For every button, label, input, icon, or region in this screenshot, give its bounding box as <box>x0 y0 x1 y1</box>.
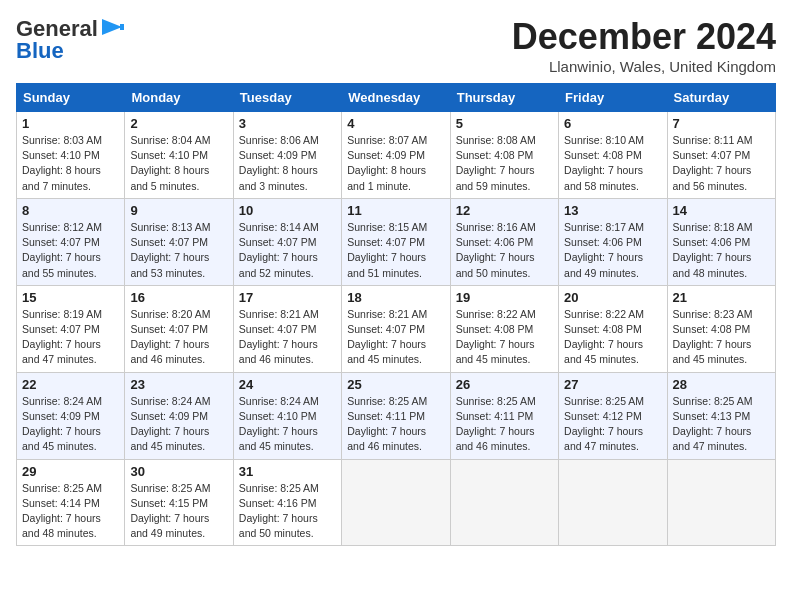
day-detail: Sunrise: 8:25 AMSunset: 4:16 PMDaylight:… <box>239 482 319 540</box>
calendar-cell: 21 Sunrise: 8:23 AMSunset: 4:08 PMDaylig… <box>667 285 775 372</box>
day-detail: Sunrise: 8:22 AMSunset: 4:08 PMDaylight:… <box>456 308 536 366</box>
calendar-cell: 14 Sunrise: 8:18 AMSunset: 4:06 PMDaylig… <box>667 198 775 285</box>
calendar-cell: 11 Sunrise: 8:15 AMSunset: 4:07 PMDaylig… <box>342 198 450 285</box>
day-detail: Sunrise: 8:18 AMSunset: 4:06 PMDaylight:… <box>673 221 753 279</box>
day-detail: Sunrise: 8:25 AMSunset: 4:14 PMDaylight:… <box>22 482 102 540</box>
calendar-cell: 12 Sunrise: 8:16 AMSunset: 4:06 PMDaylig… <box>450 198 558 285</box>
day-detail: Sunrise: 8:15 AMSunset: 4:07 PMDaylight:… <box>347 221 427 279</box>
day-detail: Sunrise: 8:13 AMSunset: 4:07 PMDaylight:… <box>130 221 210 279</box>
calendar-week-row: 29 Sunrise: 8:25 AMSunset: 4:14 PMDaylig… <box>17 459 776 546</box>
day-detail: Sunrise: 8:16 AMSunset: 4:06 PMDaylight:… <box>456 221 536 279</box>
day-number: 13 <box>564 203 661 218</box>
day-detail: Sunrise: 8:24 AMSunset: 4:09 PMDaylight:… <box>22 395 102 453</box>
calendar-cell: 2 Sunrise: 8:04 AMSunset: 4:10 PMDayligh… <box>125 112 233 199</box>
day-detail: Sunrise: 8:03 AMSunset: 4:10 PMDaylight:… <box>22 134 102 192</box>
day-number: 1 <box>22 116 119 131</box>
calendar-cell: 8 Sunrise: 8:12 AMSunset: 4:07 PMDayligh… <box>17 198 125 285</box>
logo-arrow-icon <box>102 17 124 41</box>
day-detail: Sunrise: 8:08 AMSunset: 4:08 PMDaylight:… <box>456 134 536 192</box>
calendar-cell: 26 Sunrise: 8:25 AMSunset: 4:11 PMDaylig… <box>450 372 558 459</box>
day-detail: Sunrise: 8:06 AMSunset: 4:09 PMDaylight:… <box>239 134 319 192</box>
calendar-cell: 17 Sunrise: 8:21 AMSunset: 4:07 PMDaylig… <box>233 285 341 372</box>
day-number: 12 <box>456 203 553 218</box>
day-detail: Sunrise: 8:21 AMSunset: 4:07 PMDaylight:… <box>239 308 319 366</box>
day-number: 14 <box>673 203 770 218</box>
calendar-cell <box>450 459 558 546</box>
day-number: 15 <box>22 290 119 305</box>
weekday-header: Sunday <box>17 84 125 112</box>
calendar-cell: 16 Sunrise: 8:20 AMSunset: 4:07 PMDaylig… <box>125 285 233 372</box>
calendar-cell: 5 Sunrise: 8:08 AMSunset: 4:08 PMDayligh… <box>450 112 558 199</box>
day-detail: Sunrise: 8:14 AMSunset: 4:07 PMDaylight:… <box>239 221 319 279</box>
day-number: 22 <box>22 377 119 392</box>
calendar-week-row: 15 Sunrise: 8:19 AMSunset: 4:07 PMDaylig… <box>17 285 776 372</box>
day-detail: Sunrise: 8:24 AMSunset: 4:09 PMDaylight:… <box>130 395 210 453</box>
day-number: 26 <box>456 377 553 392</box>
day-number: 6 <box>564 116 661 131</box>
day-number: 16 <box>130 290 227 305</box>
day-detail: Sunrise: 8:25 AMSunset: 4:13 PMDaylight:… <box>673 395 753 453</box>
day-number: 3 <box>239 116 336 131</box>
title-block: December 2024 Llanwinio, Wales, United K… <box>512 16 776 75</box>
day-number: 28 <box>673 377 770 392</box>
calendar-week-row: 22 Sunrise: 8:24 AMSunset: 4:09 PMDaylig… <box>17 372 776 459</box>
day-detail: Sunrise: 8:04 AMSunset: 4:10 PMDaylight:… <box>130 134 210 192</box>
calendar-cell: 27 Sunrise: 8:25 AMSunset: 4:12 PMDaylig… <box>559 372 667 459</box>
day-number: 30 <box>130 464 227 479</box>
calendar-cell: 4 Sunrise: 8:07 AMSunset: 4:09 PMDayligh… <box>342 112 450 199</box>
calendar-cell <box>667 459 775 546</box>
day-number: 20 <box>564 290 661 305</box>
day-detail: Sunrise: 8:07 AMSunset: 4:09 PMDaylight:… <box>347 134 427 192</box>
logo-blue: Blue <box>16 38 64 64</box>
calendar-cell: 18 Sunrise: 8:21 AMSunset: 4:07 PMDaylig… <box>342 285 450 372</box>
day-number: 11 <box>347 203 444 218</box>
calendar-cell: 20 Sunrise: 8:22 AMSunset: 4:08 PMDaylig… <box>559 285 667 372</box>
calendar-cell: 13 Sunrise: 8:17 AMSunset: 4:06 PMDaylig… <box>559 198 667 285</box>
day-detail: Sunrise: 8:23 AMSunset: 4:08 PMDaylight:… <box>673 308 753 366</box>
calendar-cell: 30 Sunrise: 8:25 AMSunset: 4:15 PMDaylig… <box>125 459 233 546</box>
calendar-cell <box>559 459 667 546</box>
day-number: 19 <box>456 290 553 305</box>
calendar-cell: 23 Sunrise: 8:24 AMSunset: 4:09 PMDaylig… <box>125 372 233 459</box>
day-number: 29 <box>22 464 119 479</box>
month-title: December 2024 <box>512 16 776 58</box>
calendar-week-row: 1 Sunrise: 8:03 AMSunset: 4:10 PMDayligh… <box>17 112 776 199</box>
day-detail: Sunrise: 8:11 AMSunset: 4:07 PMDaylight:… <box>673 134 753 192</box>
day-detail: Sunrise: 8:10 AMSunset: 4:08 PMDaylight:… <box>564 134 644 192</box>
day-detail: Sunrise: 8:12 AMSunset: 4:07 PMDaylight:… <box>22 221 102 279</box>
calendar-cell: 15 Sunrise: 8:19 AMSunset: 4:07 PMDaylig… <box>17 285 125 372</box>
day-detail: Sunrise: 8:20 AMSunset: 4:07 PMDaylight:… <box>130 308 210 366</box>
calendar-cell: 3 Sunrise: 8:06 AMSunset: 4:09 PMDayligh… <box>233 112 341 199</box>
day-number: 21 <box>673 290 770 305</box>
calendar-body: 1 Sunrise: 8:03 AMSunset: 4:10 PMDayligh… <box>17 112 776 546</box>
weekday-header: Saturday <box>667 84 775 112</box>
day-number: 7 <box>673 116 770 131</box>
day-number: 8 <box>22 203 119 218</box>
day-detail: Sunrise: 8:21 AMSunset: 4:07 PMDaylight:… <box>347 308 427 366</box>
day-detail: Sunrise: 8:24 AMSunset: 4:10 PMDaylight:… <box>239 395 319 453</box>
calendar-cell: 24 Sunrise: 8:24 AMSunset: 4:10 PMDaylig… <box>233 372 341 459</box>
calendar-cell: 9 Sunrise: 8:13 AMSunset: 4:07 PMDayligh… <box>125 198 233 285</box>
calendar-header-row: SundayMondayTuesdayWednesdayThursdayFrid… <box>17 84 776 112</box>
day-number: 31 <box>239 464 336 479</box>
day-number: 9 <box>130 203 227 218</box>
calendar-cell: 25 Sunrise: 8:25 AMSunset: 4:11 PMDaylig… <box>342 372 450 459</box>
day-detail: Sunrise: 8:25 AMSunset: 4:12 PMDaylight:… <box>564 395 644 453</box>
day-number: 25 <box>347 377 444 392</box>
day-detail: Sunrise: 8:22 AMSunset: 4:08 PMDaylight:… <box>564 308 644 366</box>
day-number: 18 <box>347 290 444 305</box>
logo: General Blue <box>16 16 124 64</box>
day-number: 4 <box>347 116 444 131</box>
calendar-week-row: 8 Sunrise: 8:12 AMSunset: 4:07 PMDayligh… <box>17 198 776 285</box>
calendar-cell <box>342 459 450 546</box>
weekday-header: Monday <box>125 84 233 112</box>
svg-rect-1 <box>120 24 124 30</box>
day-number: 5 <box>456 116 553 131</box>
weekday-header: Thursday <box>450 84 558 112</box>
calendar-cell: 29 Sunrise: 8:25 AMSunset: 4:14 PMDaylig… <box>17 459 125 546</box>
calendar-table: SundayMondayTuesdayWednesdayThursdayFrid… <box>16 83 776 546</box>
weekday-header: Wednesday <box>342 84 450 112</box>
calendar-cell: 22 Sunrise: 8:24 AMSunset: 4:09 PMDaylig… <box>17 372 125 459</box>
day-detail: Sunrise: 8:19 AMSunset: 4:07 PMDaylight:… <box>22 308 102 366</box>
calendar-cell: 6 Sunrise: 8:10 AMSunset: 4:08 PMDayligh… <box>559 112 667 199</box>
